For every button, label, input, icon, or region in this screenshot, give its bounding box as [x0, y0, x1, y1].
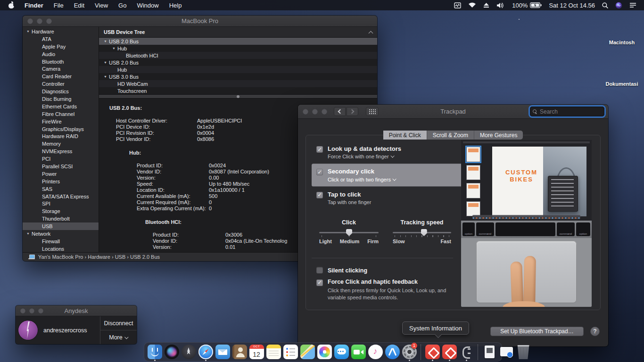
dock-item[interactable]: [384, 343, 400, 361]
zoom-button[interactable]: [38, 308, 43, 313]
sidebar-item[interactable]: ▼ SAS: [23, 185, 99, 193]
dock-item[interactable]: [316, 343, 332, 361]
dock-item[interactable]: [164, 343, 180, 361]
tree-row[interactable]: ▼ USB 2.0 Bus: [99, 59, 377, 66]
disclosure-triangle-icon[interactable]: ▼: [104, 61, 108, 64]
sidebar-item[interactable]: ▼ Diagnostics: [23, 88, 99, 95]
dock-item[interactable]: [458, 343, 474, 361]
disclosure-triangle-icon[interactable]: ▼: [104, 75, 108, 78]
sidebar-item[interactable]: ▼ NVMExpress: [23, 148, 99, 155]
sidebar-item[interactable]: ▼ Network: [23, 230, 99, 238]
dock-item[interactable]: [498, 343, 514, 361]
option-subtitle[interactable]: Tap with one finger: [328, 199, 371, 205]
disclosure-triangle-icon[interactable]: ▼: [104, 40, 108, 43]
sidebar-item[interactable]: ▼ FireWire: [23, 118, 99, 125]
help-button[interactable]: ?: [590, 327, 600, 336]
sidebar-item[interactable]: ▼ ATA: [23, 35, 99, 43]
tree-row[interactable]: ▼ Hub: [99, 45, 377, 52]
dock-item[interactable]: OCT 12: [248, 343, 264, 361]
back-button[interactable]: [334, 107, 346, 116]
sidebar-item[interactable]: ▼ Fibre Channel: [23, 110, 99, 118]
sidebar-item[interactable]: ▼ Thunderbolt: [23, 215, 99, 222]
sidebar-item[interactable]: ▼ Controller: [23, 80, 99, 88]
anydesk-titlebar[interactable]: Anydesk: [16, 305, 137, 316]
tab[interactable]: More Gestures: [474, 131, 523, 140]
desktop-icon-image[interactable]: [610, 58, 634, 78]
dock-item[interactable]: [350, 343, 366, 361]
dock-item[interactable]: [265, 343, 281, 361]
battery-icon[interactable]: [530, 2, 542, 8]
click-slider[interactable]: [319, 232, 379, 233]
pane-splitter[interactable]: [99, 94, 377, 99]
dock-item[interactable]: [515, 343, 531, 361]
tree-row[interactable]: ▼ Hub: [99, 66, 377, 73]
dock-item[interactable]: [147, 343, 163, 361]
tree-row[interactable]: ▼ USB 3.0 Bus: [99, 73, 377, 80]
checkbox[interactable]: ✓: [316, 192, 323, 198]
sidebar-item[interactable]: ▼ Bluetooth: [23, 58, 99, 66]
sidebar-item[interactable]: ▼ Locations: [23, 245, 99, 252]
sidebar-item[interactable]: ▼ Audio: [23, 50, 99, 58]
dock-item[interactable]: [231, 343, 248, 361]
sidebar-item[interactable]: ▼ Card Reader: [23, 73, 99, 80]
close-button[interactable]: [20, 308, 25, 313]
volume-menu-icon[interactable]: [496, 2, 505, 8]
menu-item[interactable]: Window: [137, 2, 158, 9]
checkbox[interactable]: ✓: [316, 146, 323, 153]
checkbox[interactable]: ✓: [316, 169, 323, 175]
menu-bar-clock[interactable]: Sat 12 Oct 14.56: [549, 2, 595, 9]
desktop-icon[interactable]: Macintosh: [609, 16, 635, 45]
tree-row[interactable]: ▼ Touchscreen: [99, 87, 377, 94]
show-all-button[interactable]: [366, 107, 379, 116]
siri-menu-icon[interactable]: [615, 2, 622, 9]
wifi-menu-icon[interactable]: [468, 2, 476, 8]
close-button[interactable]: [303, 109, 308, 115]
notification-center-icon[interactable]: [629, 2, 636, 8]
setup-bluetooth-trackpad-button[interactable]: Set Up Bluetooth Trackpad…: [490, 327, 584, 336]
sidebar-item[interactable]: ▼ Parallel SCSI: [23, 163, 99, 170]
dock-item[interactable]: [424, 343, 440, 361]
dock-item[interactable]: [181, 343, 197, 361]
zoom-button[interactable]: [46, 18, 52, 24]
zoom-button[interactable]: [322, 109, 327, 115]
dock-item[interactable]: [198, 343, 214, 361]
sysinfo-titlebar[interactable]: MacBook Pro: [23, 16, 377, 27]
stats-menu-icon[interactable]: [454, 2, 461, 8]
tab[interactable]: Scroll & Zoom: [427, 131, 474, 140]
sidebar-item[interactable]: ▼ Memory: [23, 140, 99, 148]
tab[interactable]: Point & Click: [383, 131, 427, 140]
spotlight-search-icon[interactable]: [602, 2, 608, 8]
eject-menu-icon[interactable]: [483, 2, 489, 8]
menu-item[interactable]: Edit: [74, 2, 84, 9]
collapse-chevron-icon[interactable]: [369, 30, 372, 34]
tracking-speed-slider[interactable]: [393, 232, 451, 233]
menu-item[interactable]: View: [95, 2, 108, 9]
dock-item[interactable]: [367, 343, 383, 361]
sidebar-item[interactable]: ▼ Storage: [23, 207, 99, 215]
dock-item[interactable]: [475, 343, 480, 361]
dock-item[interactable]: 1: [401, 343, 417, 361]
option-subtitle[interactable]: Force Click with one finger: [328, 154, 401, 159]
disclosure-triangle-icon[interactable]: ▼: [112, 47, 117, 50]
sidebar-item[interactable]: ▼ Power: [23, 170, 99, 178]
dock-item[interactable]: [333, 343, 349, 361]
menu-app-name[interactable]: Finder: [25, 2, 43, 9]
desktop-icon[interactable]: Dokumentasi: [605, 58, 638, 87]
trackpad-titlebar[interactable]: Trackpad: [298, 105, 608, 119]
forward-button[interactable]: [347, 107, 358, 116]
dock-item[interactable]: [282, 343, 298, 361]
minimize-button[interactable]: [37, 18, 42, 24]
sidebar-item[interactable]: ▼ Printers: [23, 178, 99, 185]
sidebar-item[interactable]: ▼ PCI: [23, 155, 99, 163]
desktop-icon-image[interactable]: [610, 16, 634, 37]
tree-row[interactable]: ▼ HD WebCam: [99, 80, 377, 87]
sidebar-item[interactable]: ▼ Ethernet Cards: [23, 103, 99, 110]
checkbox[interactable]: ✓: [316, 267, 323, 273]
apple-menu-icon[interactable]: [8, 2, 14, 8]
sidebar-item[interactable]: ▼ Disc Burning: [23, 95, 99, 103]
sidebar-item[interactable]: ▼ Hardware RAID: [23, 132, 99, 140]
sidebar-item[interactable]: ▼ Camera: [23, 65, 99, 73]
close-button[interactable]: [27, 18, 33, 24]
sidebar-item[interactable]: ▼ USB: [23, 222, 99, 230]
sidebar-item[interactable]: ▼ Graphics/Displays: [23, 125, 99, 133]
